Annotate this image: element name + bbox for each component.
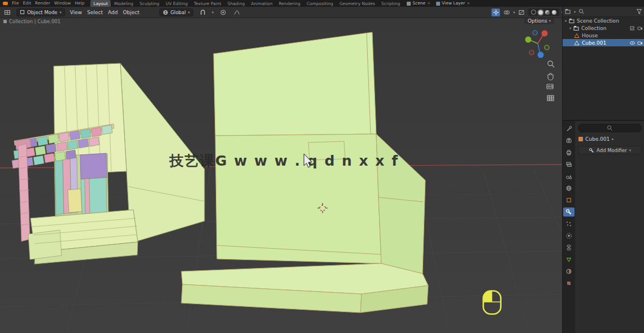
wrench-icon xyxy=(589,148,594,153)
overlays-toggle-icon[interactable] xyxy=(502,8,511,16)
menu-edit[interactable]: Edit xyxy=(23,0,32,7)
mesh-object-icon xyxy=(574,33,580,38)
render-camera-icon[interactable] xyxy=(637,41,643,45)
workspace-tab-modeling[interactable]: Modeling xyxy=(111,0,136,7)
shading-solid-icon[interactable] xyxy=(538,10,543,15)
shading-material-icon[interactable] xyxy=(545,10,550,15)
gizmo-z-axis[interactable] xyxy=(538,52,544,58)
gizmo-y-neg[interactable] xyxy=(545,45,549,50)
workspace-tab-sculpting[interactable]: Sculpting xyxy=(137,0,162,7)
workspace-tab-rendering[interactable]: Rendering xyxy=(276,0,303,7)
tab-object-icon[interactable] xyxy=(563,196,575,205)
topbar: File Edit Render Window Help Layout Mode… xyxy=(0,0,644,7)
workspace-tab-shading[interactable]: Shading xyxy=(225,0,247,7)
collection-icon xyxy=(573,25,579,31)
orientation-selector[interactable]: Global ▾ xyxy=(159,8,193,16)
tab-view-layer-icon[interactable] xyxy=(563,160,575,169)
add-modifier-button[interactable]: Add Modifier ▾ xyxy=(578,146,642,154)
gizmo-x-neg[interactable] xyxy=(529,50,534,55)
tab-world-icon[interactable] xyxy=(563,184,575,193)
shading-mode-group xyxy=(528,8,559,16)
workspace-tab-animation[interactable]: Animation xyxy=(248,0,275,7)
outliner-search-icon[interactable] xyxy=(578,8,585,15)
mode-selector[interactable]: Object Mode ▾ xyxy=(16,8,65,16)
outliner-header: ▾ xyxy=(563,7,644,17)
shading-rendered-icon[interactable] xyxy=(552,10,556,15)
visibility-eye-icon[interactable] xyxy=(629,41,636,45)
tab-material-icon[interactable] xyxy=(563,267,575,276)
falloff-curve-icon[interactable] xyxy=(232,8,241,16)
outliner-row-label: House xyxy=(582,33,598,38)
chevron-down-icon: ▾ xyxy=(60,10,62,15)
outliner-row-scene-collection[interactable]: ▾ Scene Collection xyxy=(563,17,644,24)
tab-modifiers-icon[interactable] xyxy=(563,207,575,217)
tab-output-icon[interactable] xyxy=(563,148,575,157)
tab-particles-icon[interactable] xyxy=(563,219,575,228)
workspace-tab-compositing[interactable]: Compositing xyxy=(304,0,336,7)
outliner-row-cube-001[interactable]: Cube.001 xyxy=(563,39,644,46)
right-panel: ▾ ▾ Scene Collection ▾ Collection House xyxy=(562,7,644,333)
shading-wireframe-icon[interactable] xyxy=(531,10,536,15)
viewport-menu-object[interactable]: Object xyxy=(123,10,139,15)
object-icon xyxy=(578,137,583,141)
mode-selector-label: Object Mode xyxy=(27,10,58,15)
chevron-down-icon[interactable]: ▾ xyxy=(574,10,576,14)
viewport-menu-view[interactable]: View xyxy=(70,10,82,15)
tab-render-icon[interactable] xyxy=(563,136,575,145)
collection-icon xyxy=(3,20,7,23)
add-modifier-label: Add Modifier xyxy=(597,148,627,153)
proportional-editing-icon[interactable] xyxy=(219,8,227,16)
tab-constraints-icon[interactable] xyxy=(563,243,575,252)
options-button[interactable]: Options ▾ xyxy=(524,18,554,24)
workspace-tab-layout[interactable]: Layout xyxy=(90,0,111,7)
watermark-text: 技艺课G w w w . q d n x x f xyxy=(169,152,399,170)
workspace-tab-geometry-nodes[interactable]: Geometry Nodes xyxy=(337,0,378,7)
viewport-menu-select[interactable]: Select xyxy=(87,10,103,15)
view-layer-unlink-icon[interactable]: × xyxy=(467,0,470,7)
menu-render[interactable]: Render xyxy=(35,0,50,7)
viewport-menu-add[interactable]: Add xyxy=(108,10,118,15)
overlays-caret-icon[interactable]: ▾ xyxy=(513,10,515,15)
gizmo-y-axis[interactable] xyxy=(525,37,532,43)
scene-selector[interactable]: Scene × xyxy=(407,0,430,7)
view-layer-icon xyxy=(436,2,440,6)
outliner-row-collection[interactable]: ▾ Collection xyxy=(563,24,644,32)
xray-toggle-icon[interactable] xyxy=(517,8,526,16)
outliner-display-mode-icon[interactable] xyxy=(565,8,571,15)
gizmo-toggle-icon[interactable] xyxy=(491,8,500,16)
properties-search[interactable] xyxy=(578,124,642,132)
expand-caret-icon[interactable]: ▾ xyxy=(569,26,571,30)
render-camera-icon[interactable] xyxy=(637,26,643,31)
editor-type-icon[interactable] xyxy=(3,8,11,16)
workspace-tab-texture-paint[interactable]: Texture Paint xyxy=(191,0,224,7)
viewport-header: Object Mode ▾ View Select Add Object Glo… xyxy=(0,7,568,18)
chevron-right-icon: ▸ xyxy=(612,137,613,141)
menu-window[interactable]: Window xyxy=(54,0,71,7)
scene-unlink-icon[interactable]: × xyxy=(427,0,430,7)
exclude-checkbox-icon[interactable] xyxy=(630,26,636,31)
scene-collection-icon xyxy=(569,18,575,24)
tab-scene-icon[interactable] xyxy=(563,172,575,181)
blender-logo-icon[interactable] xyxy=(3,2,8,5)
menu-file[interactable]: File xyxy=(12,0,19,7)
workspace-tab-uv-editing[interactable]: UV Editing xyxy=(163,0,190,7)
workspace-tab-scripting[interactable]: Scripting xyxy=(378,0,403,7)
chevron-down-icon: ▾ xyxy=(629,148,631,153)
tab-texture-icon[interactable] xyxy=(563,279,575,288)
menu-help[interactable]: Help xyxy=(75,0,84,7)
breadcrumb-object-name: Cube.001 xyxy=(585,136,610,142)
tab-object-data-icon[interactable] xyxy=(563,255,575,264)
snap-options-caret-icon[interactable]: ▾ xyxy=(212,10,214,15)
tab-physics-icon[interactable] xyxy=(563,231,575,240)
outliner-row-label: Cube.001 xyxy=(582,40,606,46)
snap-magnet-icon[interactable] xyxy=(198,8,207,16)
filter-funnel-icon[interactable] xyxy=(636,8,642,15)
gizmo-x-axis[interactable] xyxy=(542,31,548,37)
search-icon xyxy=(607,125,613,131)
topbar-right: Scene × View Layer × xyxy=(407,0,470,7)
gizmo-z-neg[interactable] xyxy=(533,31,537,35)
view-layer-selector[interactable]: View Layer × xyxy=(436,0,470,7)
expand-caret-icon[interactable]: ▾ xyxy=(565,19,567,23)
tab-tool-icon[interactable] xyxy=(563,124,575,133)
outliner-row-house[interactable]: House xyxy=(563,32,644,39)
